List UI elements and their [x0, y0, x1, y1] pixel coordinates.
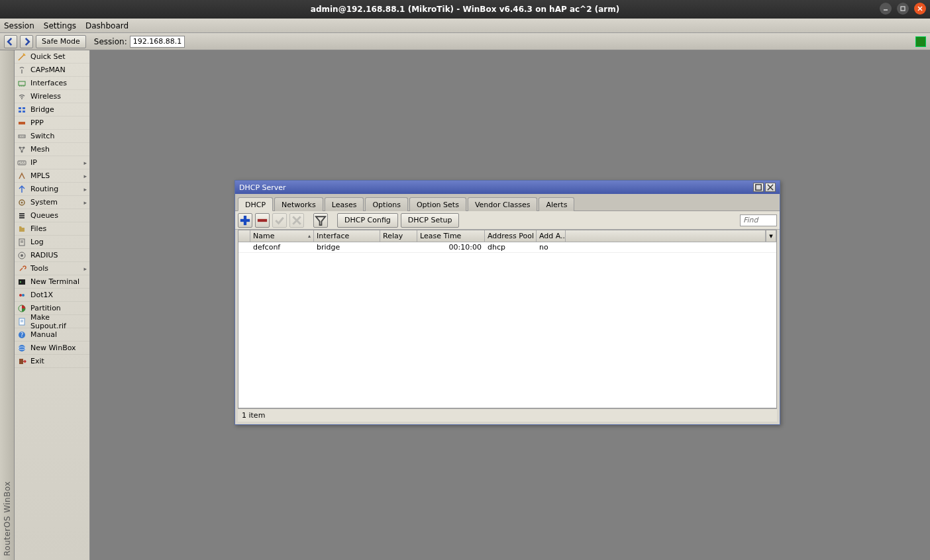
- minimize-button[interactable]: [880, 3, 892, 15]
- window-title: admin@192.168.88.1 (MikroTik) - WinBox v…: [311, 5, 619, 14]
- dhcp-config-button[interactable]: DHCP Config: [337, 213, 398, 228]
- svg-rect-26: [19, 213, 25, 214]
- sidebar-item-manual[interactable]: ?Manual: [15, 328, 89, 342]
- col-relay[interactable]: Relay: [380, 230, 417, 242]
- col-interface[interactable]: Interface: [314, 230, 380, 242]
- sidebar-item-mesh[interactable]: Mesh: [15, 143, 89, 156]
- sidebar-item-new-terminal[interactable]: New Terminal: [15, 275, 89, 289]
- tab-options[interactable]: Options: [365, 197, 407, 211]
- sidebar-item-interfaces[interactable]: Interfaces: [15, 77, 89, 90]
- sidebar: Quick SetCAPsMANInterfacesWirelessBridge…: [15, 50, 90, 560]
- sidebar-item-label: Switch: [30, 132, 54, 140]
- mpls-icon: [17, 171, 26, 181]
- sidebar-item-wireless[interactable]: Wireless: [15, 90, 89, 103]
- sidebar-item-system[interactable]: System▸: [15, 196, 89, 209]
- svg-rect-27: [19, 215, 25, 216]
- queues-icon: [17, 211, 26, 220]
- dhcp-setup-button[interactable]: DHCP Setup: [401, 213, 460, 228]
- col-flag[interactable]: [238, 230, 250, 242]
- partition-icon: [17, 304, 26, 313]
- svg-point-25: [21, 201, 23, 203]
- sidebar-item-bridge[interactable]: Bridge: [15, 103, 89, 117]
- submenu-arrow-icon: ▸: [83, 160, 87, 166]
- dhcp-table: Name▴ Interface Relay Lease Time Address…: [238, 230, 777, 408]
- svg-rect-44: [756, 185, 761, 190]
- find-input[interactable]: [740, 214, 777, 226]
- item-count: 1 item: [242, 411, 265, 420]
- tab-leases[interactable]: Leases: [325, 197, 364, 211]
- svg-point-33: [21, 254, 23, 257]
- window-restore-button[interactable]: [753, 183, 764, 192]
- sidebar-item-label: Dot1X: [30, 291, 53, 299]
- columns-dropdown[interactable]: ▾: [766, 230, 776, 242]
- wifi-icon: [17, 92, 26, 101]
- supout-icon: [17, 317, 26, 326]
- tab-dhcp[interactable]: DHCP: [238, 197, 273, 211]
- enable-button[interactable]: [272, 213, 287, 228]
- safemode-button[interactable]: Safe Mode: [36, 35, 86, 48]
- maximize-button[interactable]: [897, 3, 909, 15]
- col-addarp[interactable]: Add A...: [537, 230, 566, 242]
- sidebar-item-routing[interactable]: Routing▸: [15, 183, 89, 196]
- remove-button[interactable]: [255, 213, 270, 228]
- window-toolbar: DHCP Config DHCP Setup: [235, 211, 780, 230]
- menu-settings[interactable]: Settings: [44, 21, 76, 30]
- sidebar-item-label: Exit: [30, 357, 44, 365]
- svg-point-36: [22, 294, 25, 297]
- submenu-arrow-icon: ▸: [83, 186, 87, 193]
- sidebar-item-radius[interactable]: RADIUS: [15, 249, 89, 262]
- sidebar-item-ppp[interactable]: PPP: [15, 117, 89, 130]
- sidebar-item-dot1x[interactable]: Dot1X: [15, 289, 89, 302]
- disable-button[interactable]: [289, 213, 304, 228]
- undo-button[interactable]: [4, 35, 17, 48]
- antenna-icon: [17, 66, 26, 75]
- ip-icon: 255: [17, 158, 26, 167]
- col-name[interactable]: Name▴: [250, 230, 314, 242]
- tools-icon: [17, 264, 26, 273]
- sidebar-item-tools[interactable]: Tools▸: [15, 262, 89, 275]
- toolbar: Safe Mode Session: 192.168.88.1: [0, 33, 930, 50]
- os-titlebar: admin@192.168.88.1 (MikroTik) - WinBox v…: [0, 0, 930, 19]
- sidebar-item-log[interactable]: Log: [15, 236, 89, 249]
- sidebar-item-exit[interactable]: Exit: [15, 355, 89, 368]
- sidebar-item-make-supout.rif[interactable]: Make Supout.rif: [15, 315, 89, 328]
- session-ip[interactable]: 192.168.88.1: [130, 36, 185, 48]
- window-close-button[interactable]: [765, 183, 776, 192]
- svg-text:?: ?: [21, 332, 23, 338]
- sidebar-item-label: Tools: [30, 264, 48, 273]
- rail-label: RouterOS WinBox: [3, 473, 12, 560]
- menu-dashboard[interactable]: Dashboard: [85, 21, 129, 30]
- sidebar-item-switch[interactable]: Switch: [15, 130, 89, 143]
- sidebar-item-label: Manual: [30, 330, 57, 339]
- tab-vendor-classes[interactable]: Vendor Classes: [468, 197, 538, 211]
- svg-rect-43: [19, 359, 23, 364]
- sidebar-item-files[interactable]: Files: [15, 222, 89, 236]
- tab-option-sets[interactable]: Option Sets: [409, 197, 466, 211]
- filter-button[interactable]: [313, 213, 328, 228]
- tab-networks[interactable]: Networks: [274, 197, 323, 211]
- table-row[interactable]: defconfbridge00:10:00dhcpno: [238, 242, 776, 253]
- interfaces-icon: [17, 79, 26, 88]
- connection-status-icon: [915, 36, 926, 47]
- col-leasetime[interactable]: Lease Time: [417, 230, 485, 242]
- sidebar-item-queues[interactable]: Queues: [15, 209, 89, 222]
- sidebar-item-new-winbox[interactable]: New WinBox: [15, 342, 89, 355]
- sidebar-item-label: CAPsMAN: [30, 66, 66, 74]
- sidebar-item-ip[interactable]: 255IP▸: [15, 156, 89, 169]
- bridge-icon: [17, 105, 26, 115]
- sidebar-item-capsman[interactable]: CAPsMAN: [15, 64, 89, 77]
- tab-alerts[interactable]: Alerts: [539, 197, 574, 211]
- menu-session[interactable]: Session: [4, 21, 34, 30]
- svg-point-4: [24, 54, 25, 55]
- col-pool[interactable]: Address Pool: [485, 230, 537, 242]
- svg-point-9: [21, 98, 23, 99]
- tab-strip: DHCPNetworksLeasesOptionsOption SetsVend…: [235, 194, 780, 211]
- sidebar-item-mpls[interactable]: MPLS▸: [15, 169, 89, 183]
- close-button[interactable]: [914, 3, 926, 15]
- sidebar-item-quick-set[interactable]: Quick Set: [15, 50, 89, 64]
- sidebar-item-label: Bridge: [30, 105, 54, 114]
- add-button[interactable]: [238, 213, 252, 228]
- redo-button[interactable]: [20, 35, 33, 48]
- svg-rect-11: [23, 107, 25, 109]
- dhcp-window-titlebar[interactable]: DHCP Server: [235, 181, 780, 194]
